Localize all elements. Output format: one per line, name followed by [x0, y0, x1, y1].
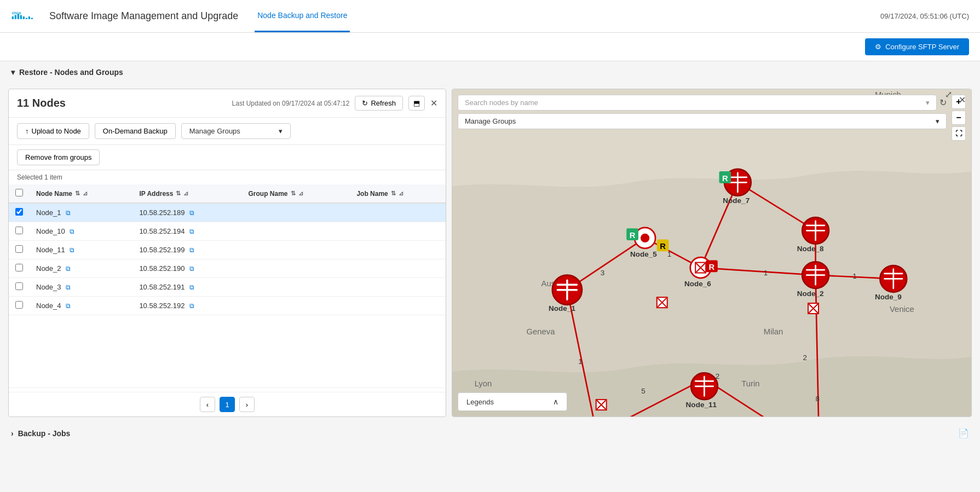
manage-groups-dropdown[interactable]: Manage Groups ▾: [181, 123, 291, 139]
node-external-link-icon[interactable]: ⧉: [66, 209, 71, 217]
svg-text:Node_7: Node_7: [723, 196, 750, 205]
row-node-name: Node_2 ⧉: [30, 259, 132, 278]
refresh-button[interactable]: ↻ Refresh: [355, 96, 403, 111]
node-name-filter-icon[interactable]: ⊿: [83, 190, 88, 197]
row-checkbox[interactable]: [15, 245, 23, 253]
map-close-button[interactable]: ✕: [959, 95, 966, 105]
node-external-link-icon[interactable]: ⧉: [66, 302, 71, 310]
node-external-link-icon[interactable]: ⧉: [70, 246, 74, 254]
ip-external-link-icon[interactable]: ⧉: [189, 265, 194, 273]
dropdown-chevron-icon: ▾: [279, 127, 283, 135]
cisco-logo-svg: cisco: [11, 5, 38, 27]
row-ip-address: 10.58.252.192 ⧉: [132, 297, 241, 315]
row-ip-address: 10.58.252.189 ⧉: [132, 203, 241, 222]
table-row[interactable]: Node_3 ⧉ 10.58.252.191 ⧉: [9, 278, 446, 297]
row-checkbox[interactable]: [15, 301, 23, 309]
backup-section-header[interactable]: › Backup - Jobs 📄: [0, 422, 980, 444]
row-checkbox[interactable]: [15, 282, 23, 290]
fit-map-button[interactable]: ⛶: [952, 126, 966, 141]
row-checkbox[interactable]: [15, 208, 23, 216]
row-group-name: [242, 297, 350, 315]
node-external-link-icon[interactable]: ⧉: [70, 228, 74, 235]
node-external-link-icon[interactable]: ⧉: [66, 283, 71, 291]
app-title: Software Image Management and Upgrade: [49, 10, 238, 22]
svg-rect-8: [31, 18, 33, 19]
main-area: 11 Nodes Last Updated on 09/17/2024 at 0…: [0, 83, 980, 422]
ip-external-link-icon[interactable]: ⧉: [189, 246, 194, 254]
th-checkbox: [9, 184, 30, 203]
node-external-link-icon[interactable]: ⧉: [66, 265, 71, 273]
upload-label: Upload to Node: [32, 127, 81, 135]
svg-text:2: 2: [716, 372, 720, 380]
legends-toggle-button[interactable]: ∧: [553, 397, 558, 406]
ip-filter-icon[interactable]: ⊿: [183, 190, 188, 197]
svg-rect-1: [12, 16, 14, 19]
svg-text:1: 1: [852, 272, 857, 280]
svg-rect-3: [18, 14, 19, 19]
group-filter-icon[interactable]: ⊿: [298, 190, 303, 197]
ip-external-link-icon[interactable]: ⧉: [189, 283, 194, 291]
node-name-text: Node_2: [36, 264, 61, 273]
svg-text:1: 1: [578, 357, 583, 366]
map-expand-button-area: ⤢: [945, 89, 952, 100]
on-demand-backup-button[interactable]: On-Demand Backup: [95, 123, 176, 139]
ip-external-link-icon[interactable]: ⧉: [189, 302, 194, 310]
remove-from-groups-button[interactable]: Remove from groups: [17, 149, 100, 165]
row-job-name: [350, 259, 446, 278]
ip-sort-icon[interactable]: ⇅: [176, 190, 181, 197]
node-name-text: Node_11: [36, 246, 65, 254]
th-ip-address: IP Address ⇅ ⊿: [132, 184, 241, 203]
row-checkbox[interactable]: [15, 264, 23, 271]
row-checkbox-cell: [9, 222, 30, 241]
select-all-checkbox[interactable]: [15, 189, 23, 196]
map-top-right-buttons: ✕: [959, 95, 966, 105]
ip-external-link-icon[interactable]: ⧉: [189, 228, 194, 235]
manage-groups-label: Manage Groups: [189, 127, 240, 135]
page-1-button[interactable]: 1: [220, 397, 235, 412]
zoom-out-button[interactable]: −: [952, 111, 966, 125]
job-filter-icon[interactable]: ⊿: [399, 190, 403, 197]
panel-close-button[interactable]: ✕: [430, 98, 437, 108]
legends-label: Legends: [466, 398, 494, 406]
map-background: Stuttgart Munich Geneva Lyon Turin Milan…: [452, 89, 971, 416]
prev-page-button[interactable]: ‹: [200, 397, 215, 412]
map-manage-groups-dropdown[interactable]: Manage Groups ▾: [458, 113, 947, 129]
next-page-button[interactable]: ›: [239, 397, 255, 412]
table-row[interactable]: Node_2 ⧉ 10.58.252.190 ⧉: [9, 259, 446, 278]
svg-text:Node_9: Node_9: [875, 293, 902, 301]
tab-node-backup[interactable]: Node Backup and Restore: [255, 0, 350, 32]
ip-text: 10.58.252.192: [139, 302, 185, 310]
action-row: ↑ Upload to Node On-Demand Backup Manage…: [9, 118, 446, 145]
group-sort-icon[interactable]: ⇅: [291, 190, 296, 197]
map-expand-button[interactable]: ⤢: [945, 89, 952, 100]
map-search-box[interactable]: Search nodes by name ▾: [458, 95, 937, 111]
table-row[interactable]: Node_10 ⧉ 10.58.252.194 ⧉: [9, 222, 446, 241]
map-dropdown-chevron-icon: ▾: [936, 117, 939, 125]
row-checkbox-cell: [9, 259, 30, 278]
svg-text:2: 2: [803, 354, 808, 362]
restore-section-header[interactable]: ▾ Restore - Nodes and Groups: [0, 61, 980, 83]
map-controls: Search nodes by name ▾ ↻ Manage Groups ▾: [458, 95, 947, 129]
job-sort-icon[interactable]: ⇅: [391, 190, 396, 197]
export-icon-button[interactable]: ⬒: [408, 96, 425, 111]
table-row[interactable]: Node_1 ⧉ 10.58.252.189 ⧉: [9, 203, 446, 222]
node-name-text: Node_3: [36, 283, 61, 291]
table-row[interactable]: Node_11 ⧉ 10.58.252.199 ⧉: [9, 241, 446, 259]
last-updated-text: Last Updated on 09/17/2024 at 05:47:12: [232, 100, 350, 107]
row-checkbox[interactable]: [15, 227, 23, 234]
node-name-text: Node_4: [36, 302, 61, 310]
ip-external-link-icon[interactable]: ⧉: [189, 209, 194, 217]
upload-to-node-button[interactable]: ↑ Upload to Node: [17, 123, 89, 139]
table-row[interactable]: Node_4 ⧉ 10.58.252.192 ⧉: [9, 297, 446, 315]
row-job-name: [350, 241, 446, 259]
row-group-name: [242, 241, 350, 259]
configure-sftp-button[interactable]: ⚙ Configure SFTP Server: [865, 38, 969, 55]
backup-chevron-icon: ›: [11, 429, 14, 438]
ip-text: 10.58.252.194: [139, 227, 185, 235]
horizontal-scrollbar[interactable]: [9, 387, 446, 392]
svg-text:Lyon: Lyon: [475, 379, 492, 388]
svg-text:1: 1: [764, 269, 768, 277]
node-name-sort-icon[interactable]: ⇅: [75, 190, 80, 197]
row-node-name: Node_11 ⧉: [30, 241, 132, 259]
row-ip-address: 10.58.252.190 ⧉: [132, 259, 241, 278]
